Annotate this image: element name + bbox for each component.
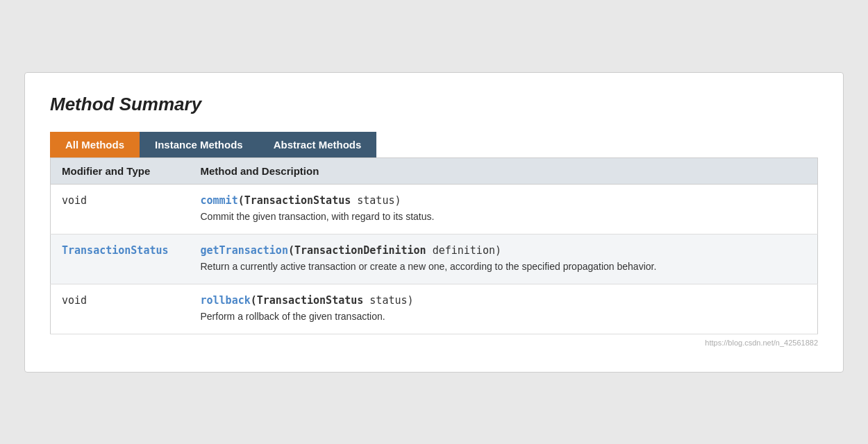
method-params-bold: (TransactionDefinition — [288, 244, 426, 257]
watermark: https://blog.csdn.net/n_42561882 — [50, 339, 818, 347]
method-signature: commit(TransactionStatus status) — [201, 194, 807, 207]
modifier-text: void — [62, 194, 87, 207]
tab-abstract-methods[interactable]: Abstract Methods — [258, 132, 377, 157]
modifier-link[interactable]: TransactionStatus — [62, 244, 169, 257]
method-signature: rollback(TransactionStatus status) — [201, 294, 807, 307]
modifier-cell: void — [51, 284, 190, 334]
method-table: Modifier and Type Method and Description… — [50, 157, 818, 334]
main-container: Method Summary All Methods Instance Meth… — [24, 72, 844, 373]
method-name-link[interactable]: rollback — [201, 294, 251, 307]
modifier-cell: void — [51, 184, 190, 234]
method-name-link[interactable]: getTransaction — [201, 244, 288, 257]
method-cell: rollback(TransactionStatus status)Perfor… — [190, 284, 818, 334]
tab-all-methods[interactable]: All Methods — [50, 132, 140, 157]
method-cell: commit(TransactionStatus status)Commit t… — [190, 184, 818, 234]
method-name-link[interactable]: commit — [201, 194, 238, 207]
method-description: Return a currently active transaction or… — [201, 259, 807, 274]
method-params-bold: (TransactionStatus — [251, 294, 364, 307]
table-row: TransactionStatusgetTransaction(Transact… — [51, 234, 818, 284]
method-params-plain: status) — [351, 194, 401, 207]
table-header-row: Modifier and Type Method and Description — [51, 157, 818, 184]
method-cell: getTransaction(TransactionDefinition def… — [190, 234, 818, 284]
method-params-bold: (TransactionStatus — [238, 194, 351, 207]
table-row: voidrollback(TransactionStatus status)Pe… — [51, 284, 818, 334]
tab-instance-methods[interactable]: Instance Methods — [140, 132, 258, 157]
modifier-text: void — [62, 294, 87, 307]
method-params-plain: definition) — [426, 244, 501, 257]
col-modifier-header: Modifier and Type — [51, 157, 190, 184]
method-params-plain: status) — [363, 294, 413, 307]
method-signature: getTransaction(TransactionDefinition def… — [201, 244, 807, 257]
col-method-header: Method and Description — [190, 157, 818, 184]
modifier-cell: TransactionStatus — [51, 234, 190, 284]
method-description: Commit the given transaction, with regar… — [201, 210, 807, 224]
table-row: voidcommit(TransactionStatus status)Comm… — [51, 184, 818, 234]
method-description: Perform a rollback of the given transact… — [201, 309, 807, 324]
tab-bar: All Methods Instance Methods Abstract Me… — [50, 132, 818, 157]
page-title: Method Summary — [50, 94, 818, 115]
